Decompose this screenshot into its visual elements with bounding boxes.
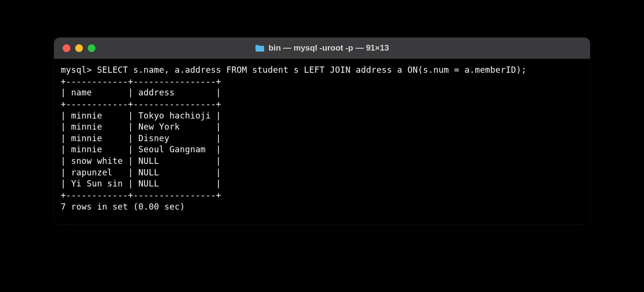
table-rows: | minnie | Tokyo hachioji | | minnie | N… — [61, 111, 221, 189]
close-icon[interactable] — [63, 44, 70, 52]
terminal-body[interactable]: mysql> SELECT s.name, a.address FROM stu… — [54, 59, 590, 224]
terminal-window: bin — mysql -uroot -p — 91×13 mysql> SEL… — [54, 38, 590, 224]
minimize-icon[interactable] — [75, 44, 83, 52]
table-header: | name | address | — [61, 88, 221, 97]
result-footer: 7 rows in set (0.00 sec) — [61, 202, 185, 212]
table-border-mid: +------------+----------------+ — [61, 99, 221, 109]
maximize-icon[interactable] — [88, 44, 95, 52]
sql-query: SELECT s.name, a.address FROM student s … — [97, 65, 526, 75]
window-title: bin — mysql -uroot -p — 91×13 — [268, 43, 389, 53]
titlebar[interactable]: bin — mysql -uroot -p — 91×13 — [54, 38, 590, 59]
folder-icon — [255, 44, 265, 52]
table-border-top: +------------+----------------+ — [61, 77, 221, 86]
query-line: mysql> SELECT s.name, a.address FROM stu… — [61, 65, 526, 75]
prompt: mysql> — [61, 65, 92, 75]
table-border-bottom: +------------+----------------+ — [61, 190, 221, 200]
title-wrap: bin — mysql -uroot -p — 91×13 — [54, 43, 590, 53]
traffic-lights — [63, 44, 95, 52]
